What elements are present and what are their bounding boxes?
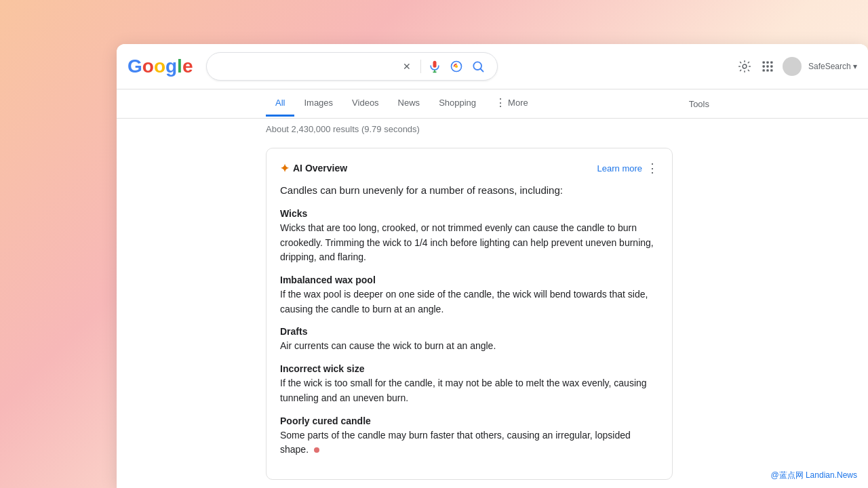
mic-icon[interactable] — [427, 58, 443, 75]
reason-wicks: Wicks Wicks that are too long, crooked, … — [280, 208, 658, 265]
ai-more-options-icon[interactable]: ⋮ — [646, 161, 658, 176]
reason-wax-pool: Imbalanced wax pool If the wax pool is d… — [280, 274, 658, 317]
svg-line-6 — [481, 69, 484, 72]
search-input[interactable]: why does my candle burn unevenly — [218, 61, 393, 73]
tab-more[interactable]: ⋮ More — [486, 89, 538, 118]
svg-rect-12 — [766, 65, 768, 67]
reason-wicks-title: Wicks — [280, 208, 658, 219]
svg-rect-0 — [433, 61, 437, 68]
reason-wick-size-desc: If the wick is too small for the candle,… — [280, 376, 658, 405]
svg-rect-11 — [762, 65, 764, 67]
settings-icon[interactable] — [736, 58, 753, 75]
ai-intro: Candles can burn unevenly for a number o… — [280, 182, 658, 199]
sparkle-icon: ✦ — [280, 162, 289, 175]
avatar[interactable] — [783, 57, 802, 76]
reason-wax-pool-title: Imbalanced wax pool — [280, 274, 658, 285]
google-logo[interactable]: Google — [127, 56, 193, 77]
clear-icon[interactable]: ✕ — [399, 58, 415, 75]
reason-wicks-desc: Wicks that are too long, crooked, or not… — [280, 221, 658, 265]
svg-rect-16 — [770, 69, 772, 71]
reason-drafts: Drafts Air currents can cause the wick t… — [280, 326, 658, 354]
reason-wax-pool-desc: If the wax pool is deeper on one side of… — [280, 287, 658, 317]
reason-poorly-cured-text: Some parts of the candle may burn faster… — [280, 430, 631, 455]
ai-overview-card: ✦ AI Overview Learn more ⋮ Candles can b… — [266, 148, 673, 480]
svg-rect-13 — [770, 65, 772, 67]
ai-overview-header: ✦ AI Overview Learn more ⋮ — [280, 161, 658, 176]
search-bar-icons: ✕ — [399, 58, 486, 75]
ai-header-right: Learn more ⋮ — [597, 161, 658, 176]
header: Google why does my candle burn unevenly … — [117, 44, 868, 89]
svg-rect-15 — [766, 69, 768, 71]
main-content: ✦ AI Overview Learn more ⋮ Candles can b… — [117, 140, 868, 488]
svg-rect-10 — [770, 62, 772, 64]
tab-news[interactable]: News — [389, 91, 430, 117]
reason-poorly-cured-title: Poorly cured candle — [280, 415, 658, 426]
poorly-cured-dot-icon — [314, 447, 319, 453]
learn-more-link[interactable]: Learn more — [597, 163, 642, 174]
header-right: SafeSearch ▾ — [736, 57, 857, 76]
reason-wick-size-title: Incorrect wick size — [280, 363, 658, 374]
grid-icon[interactable] — [760, 58, 776, 75]
more-dots-icon: ⋮ — [495, 96, 506, 109]
svg-point-7 — [743, 64, 747, 68]
tab-images[interactable]: Images — [294, 91, 342, 117]
nav-bar: All Images Videos News Shopping ⋮ More T… — [117, 89, 868, 119]
reason-drafts-desc: Air currents can cause the wick to burn … — [280, 339, 658, 354]
browser-window: Google why does my candle burn unevenly … — [117, 44, 868, 488]
divider — [420, 60, 421, 73]
reason-wick-size: Incorrect wick size If the wick is too s… — [280, 363, 658, 405]
more-label: More — [508, 98, 528, 108]
safesearch-label[interactable]: SafeSearch ▾ — [808, 62, 857, 71]
tab-videos[interactable]: Videos — [342, 91, 389, 117]
ai-intro-text: Candles can burn unevenly for a number o… — [280, 184, 563, 196]
tab-all[interactable]: All — [266, 91, 294, 117]
search-submit-icon[interactable] — [470, 58, 486, 75]
tab-shopping[interactable]: Shopping — [429, 91, 486, 117]
footer-watermark: @蓝点网 Landian.News — [770, 470, 857, 481]
ai-overview-title: AI Overview — [293, 163, 347, 174]
svg-rect-14 — [762, 69, 764, 71]
search-bar[interactable]: why does my candle burn unevenly ✕ — [206, 52, 498, 81]
svg-point-4 — [455, 65, 458, 68]
ai-badge: ✦ AI Overview — [280, 162, 347, 175]
svg-rect-8 — [762, 62, 764, 64]
reason-poorly-cured-desc: Some parts of the candle may burn faster… — [280, 428, 658, 458]
reason-drafts-title: Drafts — [280, 326, 658, 337]
svg-rect-9 — [766, 62, 768, 64]
lens-icon[interactable] — [448, 58, 465, 75]
results-info: About 2,430,000 results (9.79 seconds) — [117, 119, 868, 140]
reason-poorly-cured: Poorly cured candle Some parts of the ca… — [280, 415, 658, 458]
tools-button[interactable]: Tools — [679, 92, 719, 116]
